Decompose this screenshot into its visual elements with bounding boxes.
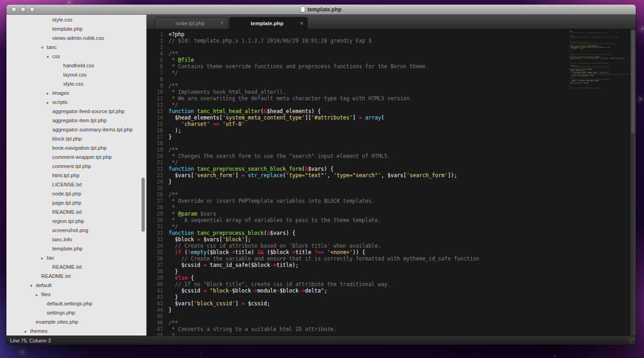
code-line[interactable]: $vars['block_cssid'] = $cssid; — [169, 300, 480, 307]
minimize-button[interactable] — [21, 7, 26, 12]
code-line[interactable]: $cssid = "block-$block->module-$block->d… — [169, 287, 480, 294]
disclosure-triangle-icon[interactable]: ▸ — [47, 98, 52, 107]
tab-close-icon[interactable]: × — [297, 21, 303, 26]
tree-item[interactable]: README.txt — [6, 271, 146, 281]
resize-grip[interactable] — [629, 338, 635, 344]
code-line[interactable]: * Override or insert PHPTemplate variabl… — [169, 198, 480, 204]
code-line[interactable]: * @file — [169, 57, 480, 63]
tree-item[interactable]: ▸images — [6, 88, 146, 98]
code-line[interactable]: * @param $vars — [169, 211, 480, 217]
disclosure-triangle-icon[interactable]: ▸ — [25, 327, 30, 336]
code-line[interactable]: } — [169, 179, 480, 185]
code-line[interactable]: } — [169, 294, 480, 300]
tab-node.tpl.php[interactable]: node.tpl.php× — [155, 17, 228, 29]
tree-item[interactable]: views-admin-rubik.css — [6, 33, 146, 43]
code-line[interactable]: */ — [169, 159, 480, 166]
code-line[interactable]: /** — [169, 82, 480, 89]
tree-item[interactable]: layout.css — [6, 70, 146, 79]
code-line[interactable]: } — [169, 268, 480, 275]
tree-item[interactable]: style.css — [6, 15, 146, 24]
code-line[interactable]: } — [169, 307, 480, 313]
code-line[interactable]: // $Id: template.php,v 1.1.2.7 2010/06/2… — [169, 38, 480, 44]
sidebar-scrollbar[interactable] — [142, 178, 145, 232]
code-line[interactable] — [169, 313, 480, 320]
code-line[interactable]: $head_elements['system_meta_content_type… — [169, 114, 480, 121]
code-line[interactable]: /** — [169, 50, 480, 57]
code-line[interactable]: function tanc_html_head_alter(&$head_ele… — [169, 108, 480, 114]
code-line[interactable] — [169, 140, 480, 146]
code-line[interactable]: /** — [169, 146, 480, 153]
tree-item[interactable]: LICENSE.txt — [6, 180, 146, 189]
code-line[interactable] — [169, 76, 480, 82]
tree-item[interactable]: ▸scripts — [6, 98, 146, 107]
zoom-button[interactable] — [30, 7, 35, 12]
tree-item[interactable]: html.tpl.php — [6, 171, 146, 180]
disclosure-triangle-icon[interactable]: ▾ — [47, 52, 52, 61]
code-line[interactable] — [169, 185, 480, 191]
disclosure-triangle-icon[interactable]: ▾ — [30, 281, 36, 290]
tree-item[interactable]: template.php — [6, 24, 146, 33]
code-line[interactable]: else { — [169, 275, 480, 281]
code-line[interactable]: $cssid = tanc_id_safe($block->title); — [169, 262, 480, 268]
code-line[interactable]: */ — [169, 70, 480, 76]
code-editor[interactable]: 1234567891011121314151617181920212223242… — [147, 29, 636, 336]
code-line[interactable]: ); — [169, 127, 480, 134]
tree-item[interactable]: default.settings.php — [6, 299, 146, 308]
tree-item[interactable]: settings.php — [6, 308, 146, 317]
tree-item[interactable]: aggregator-summary-items.tpl.php — [6, 125, 146, 134]
tree-item[interactable]: README.txt — [6, 207, 146, 217]
code-line[interactable]: */ — [169, 102, 480, 108]
tree-item[interactable]: ▸themes — [6, 326, 146, 336]
tab-close-icon[interactable]: × — [218, 21, 224, 26]
tree-item[interactable]: ▾css — [6, 52, 146, 61]
tab-template.php[interactable]: template.php× — [229, 17, 308, 29]
disclosure-triangle-icon[interactable]: ▸ — [36, 290, 41, 299]
code-line[interactable]: $block = $vars['block']; — [169, 236, 480, 243]
code-line[interactable]: * A sequential array of variables to pas… — [169, 217, 480, 223]
code-area[interactable]: <?php// $Id: template.php,v 1.1.2.7 2010… — [169, 31, 480, 336]
close-button[interactable] — [11, 7, 17, 12]
code-line[interactable]: if (!empty($block->title) && ($block->ti… — [169, 249, 480, 255]
tree-item[interactable]: example.sites.php — [6, 317, 146, 326]
code-line[interactable]: * — [169, 204, 480, 211]
code-line[interactable]: * Contains theme override functions and … — [169, 63, 480, 70]
editor-scrollbar[interactable] — [630, 29, 636, 336]
code-line[interactable]: * We are overwriting the default meta ch… — [169, 95, 480, 102]
code-line[interactable]: /** — [169, 191, 480, 198]
tree-item[interactable]: aggregator-item.tpl.php — [6, 116, 146, 125]
tree-item[interactable]: aggregator-feed-source.tpl.php — [6, 107, 146, 116]
tree-item[interactable]: comment-wrapper.tpl.php — [6, 152, 146, 162]
tree-item[interactable]: style.css — [6, 79, 146, 88]
tree-item[interactable]: ▾default — [6, 281, 146, 290]
tree-item[interactable]: template.php — [6, 244, 146, 253]
code-line[interactable]: // Create the variable and ensure that i… — [169, 255, 480, 262]
code-line[interactable]: * Changes the search form to use the "se… — [169, 153, 480, 159]
tree-item[interactable]: comment.tpl.php — [6, 162, 146, 171]
minimap[interactable]: <?php// $Id: template.php,v 1.1.2.7 2010… — [569, 31, 629, 90]
code-line[interactable]: <?php — [169, 31, 480, 38]
editor-scrollbar-thumb[interactable] — [631, 30, 635, 133]
code-line[interactable]: * Implements hook_html_head_alter(). — [169, 89, 480, 95]
tree-item[interactable]: screenshot.png — [6, 226, 146, 235]
code-line[interactable]: * Converts a string to a suitable html I… — [169, 326, 480, 332]
disclosure-triangle-icon[interactable]: ▸ — [41, 254, 47, 263]
tree-item[interactable]: ▾tanc — [6, 43, 146, 52]
disclosure-triangle-icon[interactable]: ▸ — [47, 89, 52, 98]
code-line[interactable]: } — [169, 134, 480, 140]
disclosure-triangle-icon[interactable]: ▾ — [41, 43, 47, 52]
tree-item[interactable]: ▸tao — [6, 253, 146, 262]
window-titlebar[interactable]: template.php — [6, 5, 636, 15]
code-line[interactable]: $vars['search_form'] = str_replace('type… — [169, 172, 480, 179]
tree-item[interactable]: region.tpl.php — [6, 217, 146, 226]
code-line[interactable]: // If no "Block title", create css id at… — [169, 281, 480, 287]
code-line[interactable]: function tanc_preprocess_block(&$vars) { — [169, 230, 480, 236]
code-line[interactable]: function tanc_preprocess_search_block_fo… — [169, 166, 480, 172]
tree-item[interactable]: README.txt — [6, 262, 146, 271]
code-line[interactable]: // Create css id attribute based on 'Blo… — [169, 243, 480, 249]
tree-item[interactable]: block.tpl.php — [6, 134, 146, 143]
tree-item[interactable]: book-navigation.tpl.php — [6, 143, 146, 152]
code-line[interactable]: /** — [169, 320, 480, 326]
code-line[interactable]: * — [169, 332, 480, 336]
tree-item[interactable]: page.tpl.php — [6, 198, 146, 207]
tree-item[interactable]: tanc.info — [6, 235, 146, 244]
